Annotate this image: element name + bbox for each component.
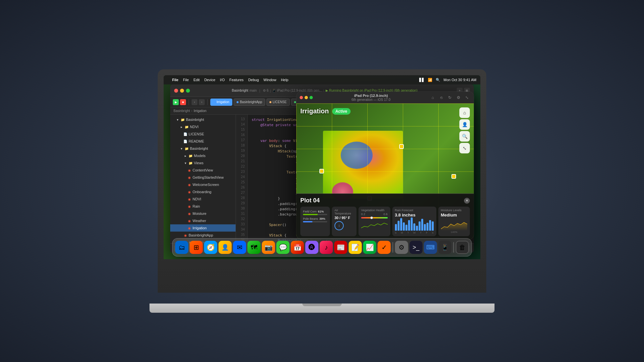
- dock-maps[interactable]: 🗺: [247, 241, 261, 254]
- dock-music[interactable]: ♪: [320, 241, 333, 254]
- crop-polebeans-pct: 39%: [319, 217, 325, 220]
- menubar-search[interactable]: 🔍: [436, 78, 440, 82]
- menu-file[interactable]: File: [183, 78, 189, 82]
- dock-contacts[interactable]: 👤: [218, 241, 232, 254]
- rain-value: 3.8 inches: [395, 213, 434, 217]
- line-num-23: 23: [236, 170, 247, 175]
- dock-appstore[interactable]: 🅐: [305, 241, 318, 254]
- ipad-settings-icon[interactable]: ⚙: [455, 94, 462, 101]
- irrigation-app-title: Irrigation: [300, 107, 329, 115]
- line-num-34: 34: [236, 228, 247, 233]
- plot-info-card: Plot 04 ✕ Field Corn 61%: [296, 193, 474, 239]
- file-icon-license: 📄: [183, 132, 187, 136]
- sidebar-item-irrigation[interactable]: ◉ Irrigation: [170, 224, 236, 232]
- run-button[interactable]: ▶: [173, 99, 179, 105]
- app-menu-simulator[interactable]: File: [172, 78, 178, 82]
- folder-icon-ndvi: 📁: [185, 125, 189, 129]
- moisture-pct: 140%: [441, 231, 468, 234]
- forward-button[interactable]: ›: [199, 99, 205, 105]
- sidebar-item-moisture[interactable]: ◉ Moisture: [170, 210, 236, 217]
- swift-icon-ndvi: ◉: [187, 197, 191, 201]
- back-button[interactable]: ‹: [192, 99, 197, 105]
- crop-polebeans-bar-fill: [303, 221, 312, 222]
- tab-dot-irrigation: [213, 101, 215, 103]
- menu-edit[interactable]: Edit: [194, 78, 200, 82]
- rain-bar-2: [398, 221, 400, 231]
- stop-button[interactable]: ■: [180, 99, 186, 105]
- dock-messages[interactable]: 💬: [276, 241, 289, 254]
- dock-launchpad[interactable]: ⊞: [190, 241, 203, 254]
- sidebar-item-models[interactable]: ▸ 📁 Models: [170, 152, 236, 159]
- minimize-button[interactable]: [180, 89, 184, 93]
- ipad-home-icon[interactable]: ⌂: [429, 94, 436, 101]
- dock-finder[interactable]: 🗂: [175, 241, 188, 254]
- breadcrumb-irrigation[interactable]: Irrigation: [194, 109, 206, 113]
- dock-trash[interactable]: 🗑: [456, 241, 469, 254]
- map-home-btn[interactable]: ⌂: [459, 107, 470, 118]
- map-zoom-btn[interactable]: 🔍: [459, 131, 470, 142]
- veg-health-title: Vegetation Health: [361, 209, 388, 212]
- map-person-btn[interactable]: 👤: [459, 119, 470, 130]
- dock-photos[interactable]: 📷: [262, 241, 275, 254]
- menu-help[interactable]: Help: [281, 78, 288, 82]
- map-expand-btn[interactable]: ⤡: [459, 143, 470, 153]
- menu-device[interactable]: Device: [204, 78, 216, 82]
- toolbar-divider: [189, 99, 189, 105]
- ipad-min-btn[interactable]: [305, 96, 308, 99]
- sidebar-item-license[interactable]: 📄 LICENSE: [170, 130, 236, 138]
- ipad-close-btn[interactable]: [300, 96, 303, 99]
- dock-stocks[interactable]: 📈: [363, 241, 376, 254]
- line-num-30: 30: [236, 207, 247, 212]
- ipad-lock-icon[interactable]: ⎋: [438, 94, 445, 101]
- dock-safari[interactable]: 🧭: [204, 241, 217, 254]
- ipad-rotate-icon[interactable]: ↻: [446, 94, 453, 101]
- breadcrumb-root[interactable]: Basinbright: [173, 109, 190, 113]
- sidebar-item-welcomescreen[interactable]: ◉ WelcomeScreen: [170, 181, 236, 188]
- sidebar-item-ndvi-folder[interactable]: ▸ 📁 NDVI: [170, 123, 236, 130]
- tab-irrigation[interactable]: Irrigation: [210, 99, 232, 106]
- swift-icon-basinbrightapp: ◉: [183, 234, 187, 237]
- line-num-22: 22: [236, 165, 247, 170]
- menu-io[interactable]: I/O: [220, 78, 225, 82]
- plot-close-button[interactable]: ✕: [464, 198, 470, 204]
- dock-terminal[interactable]: >_: [409, 241, 423, 254]
- rain-bar-9: [416, 226, 418, 231]
- dock-notes[interactable]: 📝: [349, 241, 362, 254]
- dock-calendar[interactable]: 📅: [291, 241, 304, 254]
- tab-license[interactable]: LICENSE: [266, 99, 290, 106]
- dock-reminders[interactable]: ✓: [378, 241, 391, 254]
- sidebar-item-ndvi-view[interactable]: ◉ NDVI: [170, 195, 236, 203]
- sidebar-item-onboarding[interactable]: ◉ Onboarding: [170, 188, 236, 195]
- sidebar-label-basinbright-sub: Basinbright: [190, 147, 208, 150]
- sidebar-item-readme[interactable]: 📄 README: [170, 138, 236, 145]
- sidebar-item-rain[interactable]: ◉ Rain: [170, 203, 236, 210]
- sidebar-item-gettingstarted[interactable]: ◉ GettingStartedView: [170, 174, 236, 181]
- sidebar-item-weather[interactable]: ◉ Weather: [170, 217, 236, 224]
- menubar-right: ▋▋ 📶 🔍 Mon Oct 30 9:41 AM: [419, 78, 476, 82]
- menu-debug[interactable]: Debug: [248, 78, 259, 82]
- dock-simulator[interactable]: 📱: [438, 241, 451, 254]
- tab-basinbright-app[interactable]: BasinbrightApp: [234, 99, 265, 106]
- close-button[interactable]: [174, 89, 178, 93]
- sidebar-item-basinbrightapp[interactable]: ◉ BasinbrightApp: [170, 232, 236, 239]
- menubar: File File Edit Device I/O Features Debug…: [164, 75, 480, 84]
- dock-xcode[interactable]: ⌨: [424, 241, 437, 254]
- sidebar-item-basinbright-sub[interactable]: ▾ 📁 Basinbright: [170, 145, 236, 152]
- file-navigator: ▾ 📁 Basinbright ▸ 📁 NDVI 📄 LICENS: [170, 115, 236, 243]
- dock-news[interactable]: 📰: [334, 241, 347, 254]
- sidebar-item-basinbright-root[interactable]: ▾ 📁 Basinbright: [170, 116, 236, 123]
- maximize-button[interactable]: [186, 89, 190, 93]
- chevron-down-icon: ▾: [175, 118, 179, 122]
- dock-mail[interactable]: ✉: [233, 241, 246, 254]
- dock-system-prefs[interactable]: ⚙: [395, 241, 408, 254]
- sidebar-item-views[interactable]: ▾ 📁 Views: [170, 159, 236, 167]
- rain-bar-14: [429, 220, 431, 231]
- temp-gauge: i: [334, 221, 344, 230]
- ipad-expand-icon[interactable]: ⤡: [463, 94, 471, 101]
- chevron-down-icon-2: ▾: [179, 147, 183, 150]
- menu-features[interactable]: Features: [229, 78, 243, 82]
- ipad-max-btn[interactable]: [310, 96, 313, 99]
- rain-title: Rain Forecast: [395, 209, 434, 212]
- sidebar-item-contentview[interactable]: ◉ ContentView: [170, 167, 236, 174]
- menu-window[interactable]: Window: [264, 78, 276, 82]
